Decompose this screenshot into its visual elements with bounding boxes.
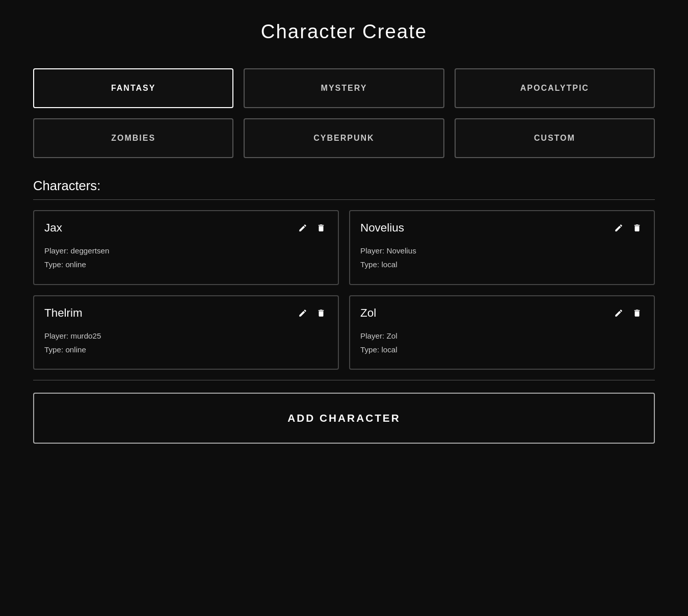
pencil-icon-zol: [614, 309, 623, 318]
character-card-novelius: Novelius Player: Noveli: [349, 210, 655, 285]
characters-section: Characters: Jax: [33, 178, 655, 444]
character-type-thelrim: Type: online: [44, 343, 328, 356]
add-character-button[interactable]: ADD CHARACTER: [33, 393, 655, 444]
character-card-header-zol: Zol: [360, 306, 644, 320]
characters-top-divider: [33, 199, 655, 200]
character-info-thelrim: Player: murdo25 Type: online: [44, 329, 328, 357]
character-card-thelrim: Thelrim Player: murdo25: [33, 295, 339, 370]
characters-title: Characters:: [33, 178, 100, 193]
character-type-novelius: Type: local: [360, 258, 644, 271]
pencil-icon-novelius: [614, 223, 623, 233]
genre-grid: FANTASY MYSTERY APOCALYTPIC ZOMBIES CYBE…: [33, 68, 655, 158]
trash-icon-jax: [316, 223, 326, 233]
characters-header: Characters:: [33, 178, 655, 193]
character-player-jax: Player: deggertsen: [44, 244, 328, 258]
delete-button-novelius[interactable]: [630, 221, 644, 235]
character-actions-thelrim: [296, 306, 328, 320]
genre-btn-apocalyptpic[interactable]: APOCALYTPIC: [455, 68, 655, 108]
page-title: Character Create: [33, 20, 655, 43]
character-player-zol: Player: Zol: [360, 329, 644, 343]
genre-btn-custom[interactable]: CUSTOM: [455, 118, 655, 158]
character-type-jax: Type: online: [44, 258, 328, 271]
character-actions-zol: [612, 306, 644, 320]
edit-button-zol[interactable]: [612, 306, 625, 320]
character-info-novelius: Player: Novelius Type: local: [360, 244, 644, 272]
character-card-header-jax: Jax: [44, 221, 328, 235]
character-actions-jax: [296, 221, 328, 235]
character-card-header-thelrim: Thelrim: [44, 306, 328, 320]
character-actions-novelius: [612, 221, 644, 235]
character-player-thelrim: Player: murdo25: [44, 329, 328, 343]
character-card-zol: Zol Player: Zol: [349, 295, 655, 370]
trash-icon-novelius: [632, 223, 642, 233]
edit-button-thelrim[interactable]: [296, 306, 309, 320]
character-name-novelius: Novelius: [360, 221, 404, 235]
character-info-jax: Player: deggertsen Type: online: [44, 244, 328, 272]
characters-grid: Jax Player: deggertsen: [33, 210, 655, 370]
delete-button-thelrim[interactable]: [314, 306, 328, 320]
pencil-icon-jax: [298, 223, 307, 233]
character-type-zol: Type: local: [360, 343, 644, 356]
characters-bottom-divider: [33, 380, 655, 380]
character-player-novelius: Player: Novelius: [360, 244, 644, 258]
genre-btn-zombies[interactable]: ZOMBIES: [33, 118, 233, 158]
trash-icon-zol: [632, 309, 642, 318]
character-name-thelrim: Thelrim: [44, 306, 83, 320]
edit-button-novelius[interactable]: [612, 221, 625, 235]
trash-icon-thelrim: [316, 309, 326, 318]
character-name-jax: Jax: [44, 221, 62, 235]
genre-btn-cyberpunk[interactable]: CYBERPUNK: [244, 118, 444, 158]
delete-button-zol[interactable]: [630, 306, 644, 320]
edit-button-jax[interactable]: [296, 221, 309, 235]
pencil-icon-thelrim: [298, 309, 307, 318]
character-name-zol: Zol: [360, 306, 376, 320]
character-card-jax: Jax Player: deggertsen: [33, 210, 339, 285]
character-info-zol: Player: Zol Type: local: [360, 329, 644, 357]
delete-button-jax[interactable]: [314, 221, 328, 235]
genre-btn-mystery[interactable]: MYSTERY: [244, 68, 444, 108]
character-card-header-novelius: Novelius: [360, 221, 644, 235]
genre-btn-fantasy[interactable]: FANTASY: [33, 68, 233, 108]
